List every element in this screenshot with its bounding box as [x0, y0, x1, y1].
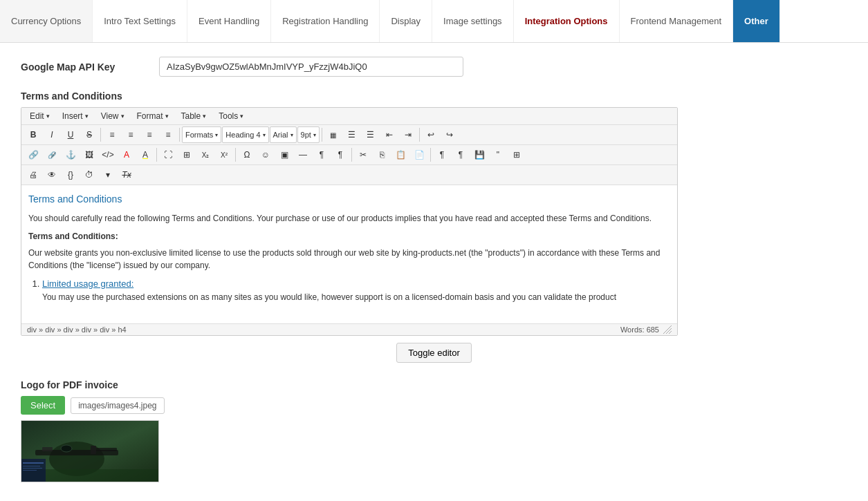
toolbar-emoticon[interactable]: ☺	[257, 146, 275, 163]
menu-tools[interactable]: Tools ▾	[213, 109, 249, 123]
toolbar-braces[interactable]: {}	[62, 167, 80, 183]
svg-rect-7	[91, 446, 96, 454]
nav-integration-options[interactable]: Integration Options	[514, 0, 620, 42]
svg-rect-15	[23, 470, 37, 471]
toolbar-formats-dropdown[interactable]: Formats ▾	[182, 126, 221, 143]
terms-para1: You should carefully read the following …	[28, 212, 670, 225]
toolbar-link[interactable]: 🔗	[24, 146, 42, 163]
toolbar-hr[interactable]: —	[294, 146, 312, 163]
editor-statusbar: div » div » div » div » div » h4 Words: …	[21, 323, 677, 335]
svg-line-2	[669, 331, 672, 334]
menu-table[interactable]: Table ▾	[176, 109, 212, 123]
toolbar-columns[interactable]: ▦	[324, 126, 342, 143]
toolbar-outdent[interactable]: ⇤	[380, 126, 398, 143]
toolbar-copy[interactable]: ⎘	[373, 146, 391, 163]
resize-handle[interactable]	[663, 325, 672, 334]
google-map-label: Google Map API Key	[21, 62, 159, 73]
toolbar-size-dropdown[interactable]: 9pt ▾	[297, 126, 320, 143]
toolbar-bold[interactable]: B	[24, 126, 42, 143]
toolbar-format-block[interactable]: ¶	[433, 146, 451, 163]
toolbar-sep1	[100, 128, 101, 142]
nav-other[interactable]: Other	[733, 0, 780, 42]
word-count: Words: 685	[620, 325, 659, 334]
toolbar-subscript[interactable]: X₂	[196, 146, 214, 163]
toolbar-align-right[interactable]: ≡	[140, 126, 158, 143]
editor-path: div » div » div » div » div » h4	[27, 325, 127, 334]
toolbar-preview[interactable]: 👁	[43, 167, 61, 183]
menu-edit[interactable]: Edit ▾	[24, 109, 55, 123]
nav-currency-options[interactable]: Currency Options	[0, 0, 93, 42]
toggle-editor-button[interactable]: Toggle editor	[396, 343, 471, 363]
toolbar-align-center[interactable]: ≡	[122, 126, 140, 143]
toolbar-clear-format[interactable]: Tx	[118, 167, 136, 183]
toolbar-list-unordered[interactable]: ☰	[343, 126, 361, 143]
logo-select-button[interactable]: Select	[21, 396, 65, 415]
logo-preview-inner	[21, 421, 158, 482]
toolbar-text-color[interactable]: A	[118, 146, 136, 163]
menu-view[interactable]: View ▾	[95, 109, 130, 123]
toolbar-image[interactable]: 🖼	[80, 146, 98, 163]
editor-toolbar-row1: B I U S ≡ ≡ ≡ ≡ Formats ▾ Heading 4 ▾	[21, 125, 677, 145]
editor-toolbar-row2: 🔗 🔗̸ ⚓ 🖼 </> A A ⛶ ⊞ X₂ X² Ω ☺ ▣ — ¶ ¶	[21, 145, 677, 165]
terms-bold-heading: Terms and Conditions:	[28, 230, 670, 243]
editor-toolbar-row3: 🖨 👁 {} ⏱ ▾ Tx	[21, 165, 677, 185]
toolbar-align-justify[interactable]: ≡	[159, 126, 177, 143]
toolbar-source[interactable]: ⊞	[508, 146, 526, 163]
toggle-editor-row: Toggle editor	[21, 343, 847, 363]
toolbar-undo[interactable]: ↩	[422, 126, 440, 143]
toolbar-highlight[interactable]: A	[136, 146, 154, 163]
google-map-input[interactable]	[159, 57, 463, 77]
menu-insert[interactable]: Insert ▾	[57, 109, 94, 123]
nav-frontend-management[interactable]: Frontend Management	[620, 0, 734, 42]
toolbar-heading-dropdown[interactable]: Heading 4 ▾	[222, 126, 268, 143]
nav-registration-handling[interactable]: Registration Handling	[271, 0, 380, 42]
toolbar-indent[interactable]: ⇥	[399, 126, 417, 143]
toolbar-fullscreen[interactable]: ⛶	[159, 146, 177, 163]
toolbar-redo[interactable]: ↪	[441, 126, 459, 143]
toolbar-font-dropdown[interactable]: Arial ▾	[270, 126, 297, 143]
toolbar-code[interactable]: </>	[99, 146, 117, 163]
toolbar-table-insert[interactable]: ⊞	[178, 146, 196, 163]
svg-rect-13	[23, 466, 40, 466]
toolbar-special-char[interactable]: Ω	[238, 146, 256, 163]
toolbar-print[interactable]: 🖨	[24, 167, 42, 183]
logo-section: Logo for PDF invoice Select images/image…	[21, 379, 847, 482]
toolbar-italic[interactable]: I	[43, 126, 61, 143]
toolbar-format-block2[interactable]: ¶	[452, 146, 470, 163]
toolbar-paste[interactable]: 📋	[391, 146, 409, 163]
terms-list: Limited usage granted:	[42, 277, 670, 291]
toolbar-quote[interactable]: "	[489, 146, 507, 163]
toolbar-align-left[interactable]: ≡	[103, 126, 121, 143]
main-content: Google Map API Key Terms and Conditions …	[0, 43, 868, 496]
toolbar-sep6	[235, 148, 236, 162]
toolbar-strikethrough[interactable]: S	[80, 126, 98, 143]
svg-rect-8	[96, 448, 117, 451]
logo-label: Logo for PDF invoice	[21, 379, 847, 390]
nav-intro-text-settings[interactable]: Intro Text Settings	[93, 0, 187, 42]
nav-display[interactable]: Display	[380, 0, 432, 42]
toolbar-media[interactable]: ▣	[275, 146, 293, 163]
toolbar-unlink[interactable]: 🔗̸	[43, 146, 61, 163]
toolbar-pagebreak[interactable]: ¶	[331, 146, 349, 163]
nav-event-handling[interactable]: Event Handling	[187, 0, 271, 42]
terms-list-link[interactable]: Limited usage granted:	[42, 278, 133, 289]
toolbar-time[interactable]: ⏱	[80, 167, 98, 183]
toolbar-list-ordered[interactable]: ☰	[362, 126, 380, 143]
svg-rect-14	[23, 468, 42, 469]
toolbar-show-invisible[interactable]: ¶	[313, 146, 331, 163]
nav-image-settings[interactable]: Image settings	[432, 0, 514, 42]
toolbar-save[interactable]: 💾	[470, 146, 488, 163]
logo-preview-svg	[21, 421, 159, 482]
toolbar-paste-text[interactable]: 📄	[410, 146, 428, 163]
menu-format[interactable]: Format ▾	[131, 109, 174, 123]
editor-menubar: Edit ▾ Insert ▾ View ▾ Format ▾ Table ▾ …	[21, 108, 677, 125]
toolbar-arrow[interactable]: ▾	[99, 167, 117, 183]
toolbar-underline[interactable]: U	[62, 126, 80, 143]
toolbar-anchor[interactable]: ⚓	[62, 146, 80, 163]
terms-para2: Our website grants you non-exclusive lim…	[28, 247, 670, 272]
toolbar-cut[interactable]: ✂	[354, 146, 372, 163]
editor-content-area[interactable]: Terms and Conditions You should carefull…	[21, 185, 677, 323]
top-navigation: Currency Options Intro Text Settings Eve…	[0, 0, 868, 43]
toolbar-superscript[interactable]: X²	[215, 146, 233, 163]
terms-heading: Terms and Conditions	[28, 192, 670, 207]
